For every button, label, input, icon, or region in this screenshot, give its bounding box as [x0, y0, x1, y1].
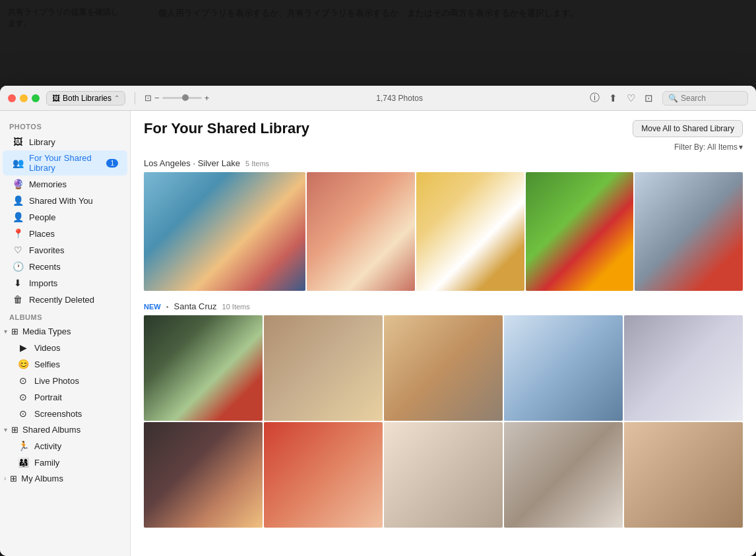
family-icon: 👨‍👩‍👧	[17, 457, 29, 468]
traffic-lights	[8, 94, 40, 102]
media-types-group-items: ▶ Videos 😊 Selfies ⊙ Live Photos ⊙ Portr…	[5, 340, 130, 421]
photo-cell[interactable]	[264, 315, 383, 421]
sidebar-item-recents[interactable]: 🕐 Recents	[3, 259, 127, 274]
sidebar-item-label: Imports	[29, 278, 118, 288]
sidebar-item-label: Recents	[29, 262, 118, 272]
tooltip-overlay: 共有ライブラリの提案を確認します。 個人用ライブラリを表示するか、共有ライブラリ…	[0, 0, 756, 86]
activity-icon: 🏃	[17, 441, 29, 451]
library-icon: 🖼	[12, 137, 24, 147]
move-all-button[interactable]: Move All to Shared Library	[633, 120, 743, 137]
sidebar-item-recently-deleted[interactable]: 🗑 Recently Deleted	[3, 292, 127, 307]
section2-count: 10 Items	[222, 303, 250, 311]
info-icon[interactable]: ⓘ	[590, 92, 600, 104]
main-content: For Your Shared Library Move All to Shar…	[131, 111, 756, 556]
sidebar-item-favorites[interactable]: ♡ Favorites	[3, 242, 127, 258]
trash-icon: 🗑	[12, 294, 24, 305]
close-button[interactable]	[8, 94, 16, 102]
sidebar-item-label: Memories	[29, 179, 118, 189]
share-icon[interactable]: ⬆	[609, 92, 617, 104]
people-icon: 👤	[12, 212, 24, 222]
chevron-down-icon: ⌃	[114, 94, 119, 102]
photo-cell[interactable]	[624, 422, 743, 528]
shared-albums-label: Shared Albums	[22, 425, 80, 435]
chevron-right-icon: ›	[4, 475, 6, 482]
shared-with-you-icon: 👤	[12, 195, 24, 206]
photo-cell[interactable]	[144, 315, 263, 421]
section2-row1	[131, 315, 756, 421]
library-selector[interactable]: 🖼 Both Libraries ⌃	[46, 91, 125, 106]
filter-button[interactable]: Filter By: All Items ▾	[674, 142, 743, 152]
my-albums-group[interactable]: › ⊞ My Albums	[0, 471, 130, 486]
shared-library-badge: 1	[106, 159, 118, 168]
search-input[interactable]	[681, 94, 740, 103]
zoom-slider[interactable]	[162, 97, 202, 99]
sidebar-item-library[interactable]: 🖼 Library	[3, 134, 127, 150]
photo-cell[interactable]	[624, 315, 743, 421]
photo-cell[interactable]	[264, 422, 383, 528]
maximize-button[interactable]	[32, 94, 40, 102]
videos-icon: ▶	[17, 342, 29, 353]
minimize-button[interactable]	[20, 94, 28, 102]
content-header: For Your Shared Library Move All to Shar…	[131, 111, 756, 141]
sidebar-item-label: Places	[29, 229, 118, 239]
heart-icon[interactable]: ♡	[627, 92, 635, 104]
photo-cell[interactable]	[416, 172, 524, 291]
sidebar-item-people[interactable]: 👤 People	[3, 209, 127, 225]
sidebar-item-label: Portrait	[34, 392, 118, 402]
recents-icon: 🕐	[12, 261, 24, 272]
search-box[interactable]: 🔍	[662, 91, 748, 106]
main-window: 🖼 Both Libraries ⌃ ⊡ − + 1,743 Photos ⓘ …	[0, 86, 756, 556]
sidebar-item-screenshots[interactable]: ⊙ Screenshots	[8, 406, 127, 421]
sidebar-item-label: Activity	[34, 441, 118, 451]
favorites-icon: ♡	[12, 245, 24, 255]
photo-cell[interactable]	[144, 422, 263, 528]
sidebar-item-for-your-shared-library[interactable]: 👥 For Your Shared Library 1	[3, 150, 127, 175]
section2-row2	[131, 422, 756, 528]
sidebar-item-shared-with-you[interactable]: 👤 Shared With You	[3, 193, 127, 208]
shared-library-icon: 👥	[12, 158, 24, 168]
section1-header: Los Angeles · Silver Lake 5 Items	[131, 154, 756, 172]
photo-cell[interactable]	[526, 172, 634, 291]
zoom-minus[interactable]: −	[154, 93, 160, 103]
sidebar-item-label: Library	[29, 137, 118, 147]
photo-cell[interactable]	[144, 172, 305, 291]
photo-cell[interactable]	[384, 422, 503, 528]
photo-cell[interactable]	[307, 172, 415, 291]
sidebar: Photos 🖼 Library 👥 For Your Shared Libra…	[0, 111, 131, 556]
sidebar-item-portrait[interactable]: ⊙ Portrait	[8, 389, 127, 405]
shared-albums-group[interactable]: ▾ ⊞ Shared Albums	[0, 422, 130, 437]
titlebar-actions: ⓘ ⬆ ♡ ⊡ 🔍	[590, 91, 748, 106]
slideshow-icon[interactable]: ⊡	[645, 92, 653, 104]
photo-cell[interactable]	[504, 422, 623, 528]
memories-icon: 🔮	[12, 179, 24, 189]
photo-cell[interactable]	[635, 172, 743, 291]
live-photos-icon: ⊙	[17, 375, 29, 386]
section2-title: Santa Cruz	[174, 301, 217, 311]
section1-count: 5 Items	[245, 160, 269, 168]
media-types-group[interactable]: ▾ ⊞ Media Types	[0, 324, 130, 339]
sidebar-item-label: Selfies	[34, 359, 118, 369]
selfies-icon: 😊	[17, 359, 29, 369]
portrait-icon: ⊙	[17, 392, 29, 402]
sidebar-item-live-photos[interactable]: ⊙ Live Photos	[8, 373, 127, 388]
media-types-icon: ⊞	[11, 326, 18, 336]
media-types-label: Media Types	[22, 326, 71, 336]
photo-cell[interactable]	[384, 315, 503, 421]
sidebar-item-activity[interactable]: 🏃 Activity	[8, 438, 127, 454]
sidebar-item-label: Shared With You	[29, 196, 118, 206]
shared-albums-group-items: 🏃 Activity 👨‍👩‍👧 Family	[5, 438, 130, 470]
sidebar-item-places[interactable]: 📍 Places	[3, 226, 127, 241]
zoom-plus[interactable]: +	[205, 93, 210, 103]
body: Photos 🖼 Library 👥 For Your Shared Libra…	[0, 111, 756, 556]
sidebar-item-label: Live Photos	[34, 376, 118, 386]
sidebar-item-label: For Your Shared Library	[29, 153, 101, 173]
tooltip-left: 共有ライブラリの提案を確認します。	[0, 0, 132, 86]
screenshots-icon: ⊙	[17, 408, 29, 419]
sidebar-item-videos[interactable]: ▶ Videos	[8, 340, 127, 355]
filter-label: Filter By: All Items	[674, 142, 738, 152]
sidebar-item-selfies[interactable]: 😊 Selfies	[8, 356, 127, 372]
photo-cell[interactable]	[504, 315, 623, 421]
sidebar-item-family[interactable]: 👨‍👩‍👧 Family	[8, 454, 127, 470]
sidebar-item-memories[interactable]: 🔮 Memories	[3, 176, 127, 192]
sidebar-item-imports[interactable]: ⬇ Imports	[3, 275, 127, 291]
